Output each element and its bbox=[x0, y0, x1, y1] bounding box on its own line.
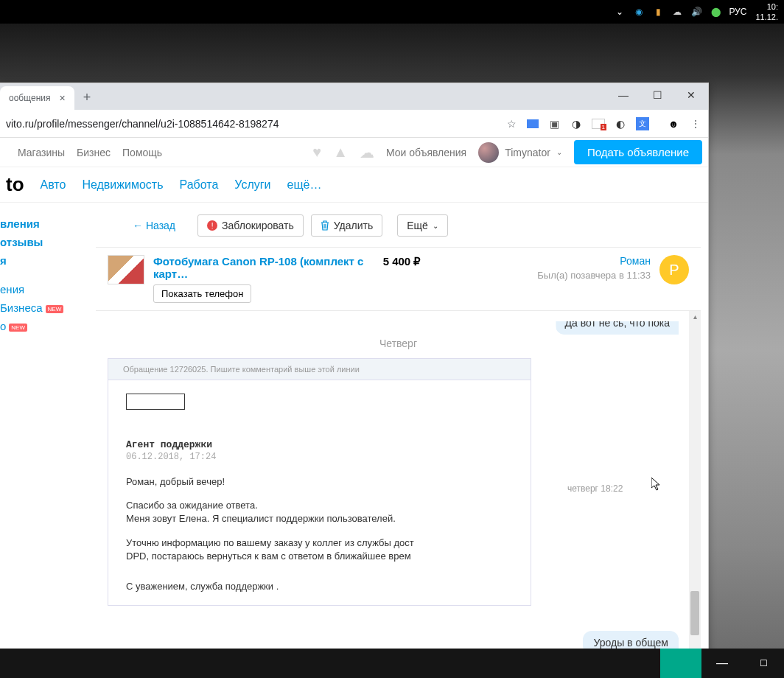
browser-tabstrip: ообщения × + — ☐ ✕ bbox=[0, 83, 708, 110]
agent-date: 06.12.2018, 17:24 bbox=[126, 452, 513, 462]
clock[interactable]: 10: 11.12. bbox=[755, 1, 778, 22]
chat-user-avatar[interactable]: Р bbox=[659, 255, 689, 284]
gmail-icon[interactable]: 1 bbox=[592, 117, 605, 130]
username: Timynator bbox=[505, 147, 550, 158]
chat-ad-card: Фотобумага Canon RP-108 (комплект с карт… bbox=[96, 247, 701, 311]
ext-icon-3[interactable]: ◑ bbox=[570, 117, 583, 130]
chat-user-status: Был(а) позавчера в 11:33 bbox=[430, 270, 651, 281]
profile-icon[interactable]: ☻ bbox=[667, 117, 680, 130]
trash-icon bbox=[321, 220, 329, 231]
window-controls: — ☐ ✕ bbox=[606, 83, 708, 107]
nav-auto[interactable]: Авто bbox=[41, 178, 66, 192]
heart-icon[interactable]: ♥ bbox=[312, 144, 321, 161]
email-paragraph-1: Спасибо за ожидание ответа. Меня зовут Е… bbox=[126, 499, 513, 525]
message-out-previous: Да вот не сь, что пока bbox=[556, 311, 679, 335]
my-ads-link[interactable]: Мои объявления bbox=[386, 147, 466, 158]
day-divider: Четверг bbox=[96, 338, 701, 349]
header-shops[interactable]: Магазины bbox=[18, 147, 65, 158]
email-body: Агент поддержки 06.12.2018, 17:24 Роман,… bbox=[108, 380, 531, 605]
new-badge-2: NEW bbox=[9, 324, 27, 332]
email-empty-box bbox=[126, 394, 185, 410]
bottom-taskbar: — ☐ bbox=[0, 649, 784, 678]
email-paragraph-2: Уточню информацию по вашему заказу у кол… bbox=[126, 537, 513, 563]
nav-services[interactable]: Услуги bbox=[234, 178, 270, 192]
show-phone-button[interactable]: Показать телефон bbox=[153, 284, 251, 303]
scroll-up-icon[interactable]: ▴ bbox=[689, 311, 701, 323]
browser-tab[interactable]: ообщения × bbox=[0, 86, 74, 110]
scroll-thumb[interactable] bbox=[690, 591, 699, 635]
email-header: Обращение 12726025. Пишите комментарий в… bbox=[108, 359, 531, 380]
speaker-icon[interactable]: 🔊 bbox=[690, 6, 702, 18]
back-link[interactable]: ← Назад bbox=[133, 220, 175, 231]
chat-user-name[interactable]: Роман bbox=[430, 255, 651, 267]
sidebar-item-1[interactable]: отзывы bbox=[0, 233, 96, 251]
site-logo[interactable]: to bbox=[6, 173, 24, 196]
tab-close-icon[interactable]: × bbox=[59, 92, 65, 104]
email-attachment[interactable]: Обращение 12726025. Пишите комментарий в… bbox=[108, 358, 531, 606]
ext-icon-1[interactable] bbox=[527, 119, 539, 128]
menu-icon[interactable]: ⋮ bbox=[689, 117, 702, 130]
bell-icon[interactable]: ▲ bbox=[333, 144, 348, 161]
network-icon[interactable]: ⬤ bbox=[710, 6, 721, 18]
nav-more[interactable]: ещё… bbox=[287, 178, 322, 192]
content-area: вления отзывы я ения БизнесаNEW oNEW ← Н… bbox=[0, 203, 708, 677]
tab-title: ообщения bbox=[9, 93, 50, 103]
delete-button[interactable]: Удалить bbox=[311, 214, 382, 237]
chat-body: Да вот не сь, что пока Четверг Обращение… bbox=[96, 311, 701, 665]
taskbar-app-green[interactable] bbox=[660, 649, 701, 678]
browser-window: ообщения × + — ☐ ✕ vito.ru/profile/messe… bbox=[0, 83, 709, 678]
star-icon[interactable]: ☆ bbox=[505, 117, 518, 130]
header-help[interactable]: Помощь bbox=[122, 147, 162, 158]
steam-icon[interactable]: ☁ bbox=[671, 6, 683, 18]
scrollbar[interactable]: ▴ bbox=[689, 311, 701, 665]
ext-icon-4[interactable]: ◐ bbox=[614, 117, 627, 130]
site-nav: to Авто Недвижимость Работа Услуги ещё… bbox=[0, 167, 708, 203]
sidebar-item-3[interactable]: ения bbox=[0, 280, 96, 298]
nav-realty[interactable]: Недвижимость bbox=[82, 178, 163, 192]
message-timestamp: четверг 18:22 bbox=[567, 483, 623, 494]
messenger-main: ← Назад !Заблокировать Удалить Ещё ⌄ Фот… bbox=[96, 203, 708, 677]
taskbar-minimize[interactable]: — bbox=[701, 649, 743, 678]
user-avatar bbox=[478, 142, 499, 163]
sidebar-item-2[interactable]: я bbox=[0, 251, 96, 270]
telegram-icon[interactable]: ◉ bbox=[633, 6, 645, 18]
ad-title[interactable]: Фотобумага Canon RP-108 (комплект с карт… bbox=[153, 255, 374, 280]
clock-time: 10: bbox=[755, 1, 778, 12]
clock-date: 11.12. bbox=[755, 12, 778, 22]
sidebar-item-4[interactable]: БизнесаNEW bbox=[0, 298, 96, 317]
translate-icon[interactable]: 文 bbox=[636, 117, 649, 130]
warning-icon: ! bbox=[207, 220, 217, 231]
new-tab-button[interactable]: + bbox=[83, 90, 91, 105]
windows-taskbar: ⌄ ◉ ▮ ☁ 🔊 ⬤ РУС 10: 11.12. bbox=[0, 0, 784, 24]
address-bar-row: vito.ru/profile/messenger/channel/u2i-10… bbox=[0, 110, 708, 138]
nav-work[interactable]: Работа bbox=[180, 178, 219, 192]
chat-icon[interactable]: ☁ bbox=[360, 144, 374, 161]
url-text[interactable]: vito.ru/profile/messenger/channel/u2i-10… bbox=[6, 118, 279, 130]
ad-price: 5 400 ₽ bbox=[383, 255, 421, 268]
more-button[interactable]: Ещё ⌄ bbox=[397, 214, 448, 237]
maximize-button[interactable]: ☐ bbox=[640, 83, 674, 107]
cursor-icon bbox=[651, 478, 662, 494]
sidebar-item-6[interactable] bbox=[0, 335, 96, 341]
toolbar-icons: ☆ ▣ ◑ 1 ◐ 文 ☻ ⋮ bbox=[505, 117, 702, 130]
new-badge: NEW bbox=[46, 305, 64, 313]
chevron-down-icon: ⌄ bbox=[433, 222, 438, 230]
sidebar-item-5[interactable]: oNEW bbox=[0, 317, 96, 335]
user-menu[interactable]: Timynator ⌄ bbox=[478, 142, 562, 163]
ad-thumbnail[interactable] bbox=[108, 255, 144, 284]
app-icon[interactable]: ▮ bbox=[652, 6, 664, 18]
post-ad-button[interactable]: Подать объявление bbox=[574, 140, 702, 164]
messenger-actions: ← Назад !Заблокировать Удалить Ещё ⌄ bbox=[96, 214, 708, 237]
email-signature: С уважением, служба поддержки . bbox=[126, 581, 513, 592]
taskbar-maximize[interactable]: ☐ bbox=[743, 649, 784, 678]
email-greeting: Роман, добрый вечер! bbox=[126, 475, 513, 489]
language-indicator[interactable]: РУС bbox=[729, 7, 746, 17]
minimize-button[interactable]: — bbox=[606, 83, 640, 107]
block-button[interactable]: !Заблокировать bbox=[197, 214, 304, 237]
caret-down-icon[interactable]: ⌄ bbox=[614, 6, 626, 18]
ext-icon-2[interactable]: ▣ bbox=[547, 117, 561, 130]
close-button[interactable]: ✕ bbox=[674, 83, 708, 107]
header-business[interactable]: Бизнес bbox=[77, 147, 111, 158]
sidebar-item-0[interactable]: вления bbox=[0, 214, 96, 233]
agent-title: Агент поддержки bbox=[126, 439, 513, 450]
